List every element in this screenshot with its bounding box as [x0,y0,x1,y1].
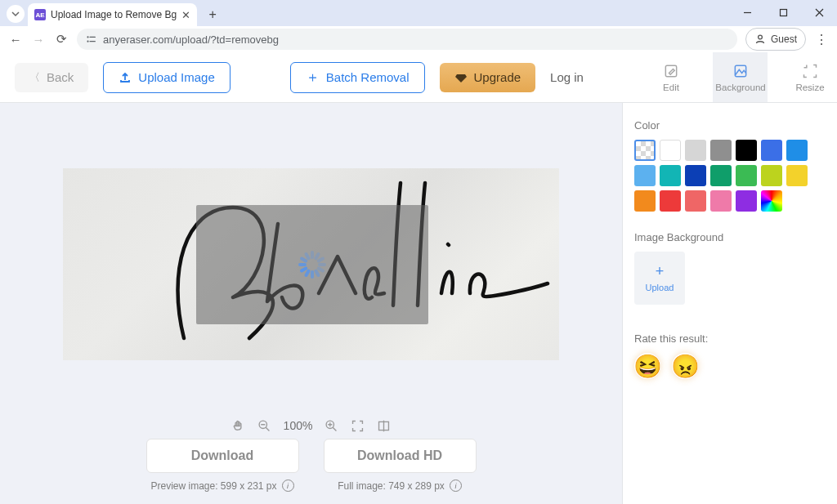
zoom-toolbar: 100% [0,418,622,433]
svg-point-3 [759,35,763,39]
full-image-info: Full image: 749 x 289 px i [338,479,462,492]
info-icon[interactable]: i [282,479,294,492]
loading-spinner-icon [298,251,326,279]
color-swatch[interactable] [710,165,732,186]
batch-removal-label: Batch Removal [326,70,410,84]
zoom-in-icon[interactable] [324,418,338,433]
new-tab-button[interactable]: + [202,4,223,25]
upgrade-button[interactable]: Upgrade [440,63,536,92]
color-swatch[interactable] [786,140,808,161]
login-link[interactable]: Log in [550,70,584,84]
back-button[interactable]: 〈 Back [15,63,88,92]
nav-forward-icon[interactable]: → [31,33,46,47]
plus-icon: + [656,264,665,279]
resize-icon [802,63,818,79]
editor-canvas-area: 100% Download Preview image: 599 x 231 p… [0,103,622,504]
svg-rect-0 [780,9,786,16]
upload-background-label: Upload [646,283,674,292]
tab-search-dropdown[interactable] [7,5,25,23]
color-swatch[interactable] [710,140,732,161]
guest-avatar-icon [754,33,766,45]
color-swatch[interactable] [660,190,681,212]
color-swatch[interactable] [685,165,706,186]
zoom-level: 100% [284,419,313,432]
color-swatch[interactable] [736,190,757,212]
download-button[interactable]: Download [146,439,299,473]
upload-icon [119,71,132,84]
url-text: anyeraser.com/upload/?td=removebg [103,33,279,46]
tool-resize-label: Resize [795,83,824,92]
image-canvas[interactable] [63,168,559,360]
color-swatch[interactable] [786,165,808,186]
image-background-heading: Image Background [634,231,826,243]
color-swatch[interactable] [660,140,681,161]
nav-reload-icon[interactable]: ⟳ [54,32,69,47]
color-swatch[interactable] [761,165,782,186]
batch-removal-button[interactable]: ＋ Batch Removal [290,62,425,93]
upload-background-tile[interactable]: + Upload [634,252,685,305]
window-close-button[interactable] [801,0,837,25]
color-heading: Color [634,119,826,132]
upgrade-label: Upgrade [474,70,521,84]
chevron-left-icon: 〈 [29,70,40,85]
nav-back-icon[interactable]: ← [8,33,23,47]
color-swatch[interactable] [685,190,706,212]
color-swatch-grid [634,140,826,212]
rate-heading: Rate this result: [634,332,826,345]
color-swatch[interactable] [634,140,656,161]
profile-guest-chip[interactable]: Guest [745,28,806,51]
background-icon [732,63,749,79]
svg-point-2 [87,41,88,42]
diamond-icon [454,71,468,84]
browser-menu-icon[interactable]: ⋮ [814,32,829,47]
color-swatch[interactable] [710,190,732,212]
window-minimize-button[interactable] [729,0,765,25]
tool-background[interactable]: Background [713,52,768,102]
tool-resize[interactable]: Resize [782,52,837,102]
color-swatch[interactable] [634,190,656,212]
tool-background-label: Background [715,83,765,92]
tab-favicon: AE [34,9,46,20]
tab-close-icon[interactable]: ✕ [181,9,190,21]
address-bar[interactable]: anyeraser.com/upload/?td=removebg [77,29,737,50]
fit-screen-icon[interactable] [350,418,365,433]
color-swatch[interactable] [736,140,757,161]
info-icon[interactable]: i [450,479,462,492]
back-label: Back [47,70,74,84]
site-settings-icon [85,33,96,45]
guest-label: Guest [771,33,797,45]
tab-title: Upload Image to Remove Bg [51,9,177,20]
rate-angry-button[interactable]: 😠 [672,353,698,379]
edit-icon [663,63,679,79]
preview-image-info: Preview image: 599 x 231 px i [150,479,293,492]
zoom-out-icon[interactable] [257,418,272,433]
color-swatch[interactable] [761,140,782,161]
hand-pan-icon[interactable] [231,418,246,433]
compare-split-icon[interactable] [376,418,391,433]
rate-happy-button[interactable]: 😆 [634,353,660,379]
color-swatch[interactable] [736,165,757,186]
processing-overlay [196,205,428,324]
tool-edit[interactable]: Edit [643,52,698,102]
download-hd-button[interactable]: Download HD [324,439,477,473]
upload-image-button[interactable]: Upload Image [103,62,230,93]
color-swatch[interactable] [634,165,656,186]
upload-image-label: Upload Image [138,70,214,84]
color-swatch[interactable] [660,165,681,186]
right-panel: Color Image Background + Upload Rate thi… [622,103,837,504]
window-maximize-button[interactable] [765,0,801,25]
plus-icon: ＋ [306,68,320,87]
color-swatch[interactable] [685,140,706,161]
svg-point-1 [87,36,88,38]
tool-edit-label: Edit [663,83,679,92]
color-swatch[interactable] [761,190,782,212]
browser-tab[interactable]: AE Upload Image to Remove Bg ✕ [28,3,197,26]
